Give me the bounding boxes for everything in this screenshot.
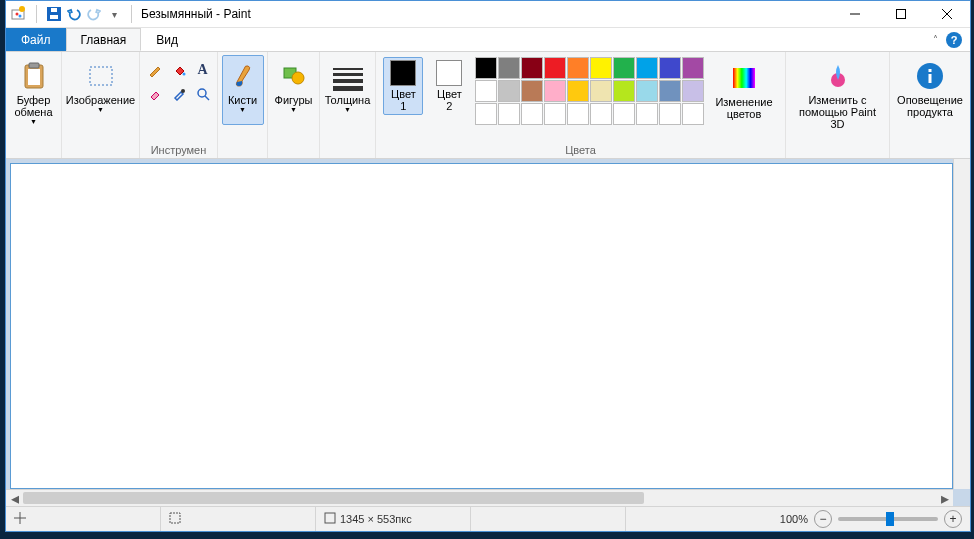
- clipboard-button[interactable]: Буфер обмена▼: [9, 55, 57, 130]
- thickness-icon: [333, 62, 363, 91]
- ribbon-tabs: Файл Главная Вид ˄ ?: [6, 28, 970, 52]
- palette-swatch[interactable]: [567, 103, 589, 125]
- palette-swatch[interactable]: [521, 103, 543, 125]
- color1-button[interactable]: Цвет 1: [383, 57, 423, 115]
- titlebar: ▾ Безымянный - Paint: [6, 1, 970, 28]
- tab-home[interactable]: Главная: [66, 28, 142, 51]
- palette-swatch[interactable]: [682, 103, 704, 125]
- magnifier-tool[interactable]: [192, 83, 214, 105]
- palette-swatch[interactable]: [613, 57, 635, 79]
- pencil-tool[interactable]: [144, 59, 166, 81]
- palette-swatch[interactable]: [659, 103, 681, 125]
- close-button[interactable]: [924, 1, 970, 27]
- svg-point-3: [19, 15, 22, 18]
- cursor-position-icon: [14, 512, 26, 526]
- palette-swatch[interactable]: [498, 80, 520, 102]
- svg-rect-13: [28, 69, 40, 85]
- svg-point-15: [182, 73, 185, 76]
- vertical-scrollbar[interactable]: [953, 159, 970, 489]
- app-icon: [11, 6, 27, 22]
- ribbon: Буфер обмена▼ Изображение▼ A: [6, 52, 970, 159]
- palette-swatch[interactable]: [682, 80, 704, 102]
- fill-tool[interactable]: [168, 59, 190, 81]
- color-palette: [475, 57, 704, 125]
- canvas[interactable]: [11, 164, 952, 488]
- palette-swatch[interactable]: [567, 57, 589, 79]
- palette-swatch[interactable]: [498, 57, 520, 79]
- palette-swatch[interactable]: [544, 103, 566, 125]
- palette-swatch[interactable]: [544, 57, 566, 79]
- zoom-out-button[interactable]: −: [814, 510, 832, 528]
- palette-swatch[interactable]: [521, 57, 543, 79]
- image-group-label: [65, 154, 136, 158]
- zoom-slider[interactable]: [838, 517, 938, 521]
- svg-rect-14: [90, 67, 112, 85]
- palette-swatch[interactable]: [590, 103, 612, 125]
- palette-swatch[interactable]: [659, 80, 681, 102]
- scroll-left-arrow[interactable]: ◂: [6, 490, 23, 507]
- colors-group-label: Цвета: [379, 142, 782, 158]
- image-button[interactable]: Изображение▼: [61, 55, 140, 125]
- brushes-label: Кисти▼: [228, 94, 257, 120]
- scroll-right-arrow[interactable]: ▸: [936, 490, 953, 507]
- edit-colors-button[interactable]: Изменение цветов: [710, 57, 777, 127]
- palette-swatch[interactable]: [475, 103, 497, 125]
- canvas-dimensions: 1345 × 553пкс: [340, 513, 412, 525]
- palette-swatch[interactable]: [590, 80, 612, 102]
- minimize-button[interactable]: [832, 1, 878, 27]
- size-button[interactable]: Толщина▼: [320, 55, 376, 125]
- collapse-ribbon-icon[interactable]: ˄: [933, 34, 938, 45]
- svg-line-18: [205, 96, 209, 100]
- brushes-button[interactable]: Кисти▼: [222, 55, 264, 125]
- zoom-in-button[interactable]: +: [944, 510, 962, 528]
- palette-swatch[interactable]: [659, 57, 681, 79]
- paint-window: ▾ Безымянный - Paint Файл Главная Вид ˄ …: [5, 0, 971, 532]
- palette-swatch[interactable]: [590, 57, 612, 79]
- color1-label: Цвет 1: [391, 88, 416, 112]
- statusbar: 1345 × 553пкс 100% − +: [6, 506, 970, 531]
- qat-dropdown[interactable]: ▾: [106, 6, 122, 22]
- redo-icon[interactable]: [86, 6, 102, 22]
- clipboard-label: Буфер обмена▼: [14, 94, 52, 125]
- product-alert-label: Оповещение продукта: [897, 94, 963, 120]
- shapes-button[interactable]: Фигуры▼: [270, 55, 318, 125]
- text-tool[interactable]: A: [192, 59, 214, 81]
- svg-rect-21: [733, 68, 755, 88]
- color2-button[interactable]: Цвет 2: [429, 57, 469, 115]
- help-icon[interactable]: ?: [946, 32, 962, 48]
- palette-swatch[interactable]: [636, 80, 658, 102]
- horizontal-scrollbar[interactable]: ◂ ▸: [6, 489, 953, 506]
- palette-swatch[interactable]: [521, 80, 543, 102]
- undo-icon[interactable]: [66, 6, 82, 22]
- paint3d-button[interactable]: Изменить с помощью Paint 3D: [789, 55, 886, 135]
- svg-rect-6: [51, 8, 57, 12]
- palette-swatch[interactable]: [682, 57, 704, 79]
- save-icon[interactable]: [46, 6, 62, 22]
- svg-rect-28: [170, 513, 180, 523]
- tab-file[interactable]: Файл: [6, 28, 66, 51]
- palette-swatch[interactable]: [636, 103, 658, 125]
- svg-point-16: [181, 89, 185, 93]
- zoom-handle[interactable]: [886, 512, 894, 526]
- palette-swatch[interactable]: [475, 57, 497, 79]
- maximize-button[interactable]: [878, 1, 924, 27]
- tab-view[interactable]: Вид: [141, 28, 193, 51]
- size-label: Толщина▼: [325, 94, 371, 120]
- color2-label: Цвет 2: [437, 88, 462, 112]
- workspace: ◂ ▸: [6, 159, 970, 506]
- palette-swatch[interactable]: [613, 80, 635, 102]
- svg-rect-12: [29, 63, 39, 68]
- palette-swatch[interactable]: [613, 103, 635, 125]
- palette-swatch[interactable]: [498, 103, 520, 125]
- eraser-tool[interactable]: [144, 83, 166, 105]
- tools-group-label: Инструмен: [143, 142, 214, 158]
- palette-swatch[interactable]: [567, 80, 589, 102]
- svg-point-1: [19, 6, 25, 12]
- palette-swatch[interactable]: [544, 80, 566, 102]
- hscroll-thumb[interactable]: [23, 492, 644, 504]
- palette-swatch[interactable]: [475, 80, 497, 102]
- product-alert-button[interactable]: Оповещение продукта: [892, 55, 968, 125]
- picker-tool[interactable]: [168, 83, 190, 105]
- svg-point-17: [198, 89, 206, 97]
- palette-swatch[interactable]: [636, 57, 658, 79]
